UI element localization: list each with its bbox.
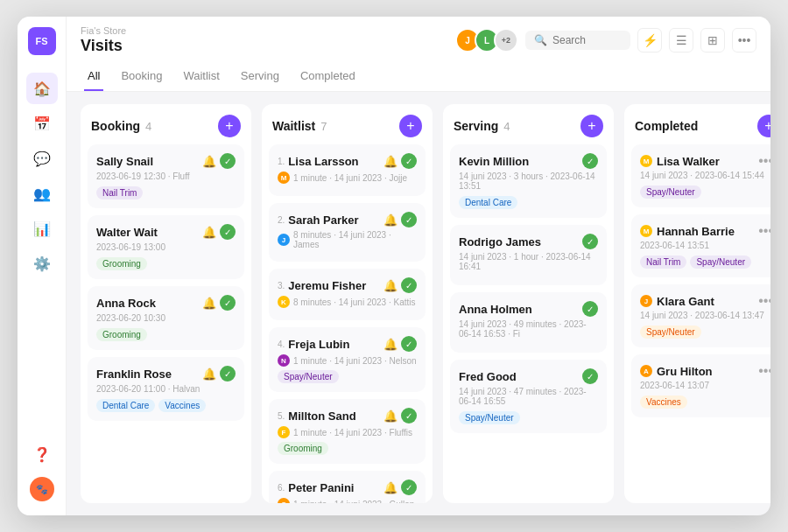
booking-card-anna[interactable]: Anna Rock 🔔 ✓ 2023-06-20 10:30 Grooming [88,286,244,350]
bell-icon: 🔔 [383,155,398,168]
waitlist-number-6: 6. [278,483,285,493]
serving-card-rodrigo[interactable]: Rodrigo James ✓ 14 juni 2023 · 1 hour · … [450,225,607,285]
waitlist-card-sarah-date: 8 minutes · 14 juni 2023 · James [293,230,417,249]
check-icon: ✓ [401,212,417,228]
analytics-icon: 📊 [33,220,51,237]
grid-view-button[interactable]: ⊞ [700,28,725,52]
completed-card-gru-header: A Gru Hilton ••• [640,363,770,379]
completed-card-klara-name: Klara Gant [657,295,714,308]
sidebar-item-home[interactable]: 🏠 [26,73,58,104]
check-icon: ✓ [401,336,417,352]
column-waitlist: Waitlist 7 + 1. Lisa Larsson 🔔 [262,104,433,503]
waitlist-card-peter-header: 6. Peter Panini 🔔 ✓ [278,480,417,495]
search-input[interactable] [552,34,622,46]
completed-card-klara[interactable]: J Klara Gant ••• 14 juni 2023 · 2023-06-… [631,284,770,347]
serving-card-kevin-name: Kevin Million [459,155,529,168]
tag-spay-neuter: Spay/Neuter [690,256,751,269]
filter-button[interactable]: ⚡ [637,28,662,52]
serving-card-fred-date: 14 juni 2023 · 47 minutes · 2023-06-14 1… [459,387,598,406]
sidebar-bottom: ❓ 🐾 [26,438,58,505]
main-content: Fia's Store Visits J L +2 🔍 ⚡ [67,17,770,515]
waitlist-card-sarah[interactable]: 2. Sarah Parker 🔔 ✓ J 8 minutes · 14 jun… [269,203,426,262]
column-booking: Booking 4 + Sally Snail 🔔 ✓ [81,104,251,503]
sidebar-item-settings[interactable]: ⚙️ [26,248,58,279]
booking-card-franklin-date: 2023-06-20 11:00 · Halvan [96,384,236,394]
serving-card-kevin-header: Kevin Million ✓ [459,153,598,169]
check-icon: ✓ [582,368,598,384]
serving-card-fred[interactable]: Fred Good ✓ 14 juni 2023 · 47 minutes · … [450,360,607,433]
completed-card-gru-name: Gru Hilton [657,365,713,378]
search-icon: 🔍 [534,34,547,46]
waitlist-card-millton[interactable]: 5. Millton Sand 🔔 ✓ F 1 minute · 14 juni… [269,399,426,464]
booking-card-franklin-name: Franklin Rose [96,368,172,381]
column-completed-title-area: Completed [635,119,698,133]
completed-card-lisa-w-date: 14 juni 2023 · 2023-06-14 15:44 [640,171,770,180]
completed-card-lisa-w[interactable]: M Lisa Walker ••• 14 juni 2023 · 2023-06… [631,144,770,207]
sidebar-item-calendar[interactable]: 📅 [26,108,58,139]
sidebar-item-clients[interactable]: 👥 [26,178,58,209]
header: Fia's Store Visits J L +2 🔍 ⚡ [67,17,770,92]
booking-card-sally-actions: 🔔 ✓ [202,153,236,169]
booking-card-walter[interactable]: Walter Wait 🔔 ✓ 2023-06-19 13:00 Groomin… [88,215,244,279]
list-view-button[interactable]: ☰ [669,28,693,52]
more-options-button[interactable]: ••• [756,153,770,169]
sidebar-item-help[interactable]: ❓ [26,438,58,470]
more-options-button[interactable]: ••• [756,223,770,239]
serving-card-anna-h[interactable]: Anna Holmen ✓ 14 juni 2023 · 49 minutes … [450,292,607,353]
more-button[interactable]: ••• [732,28,756,52]
waitlist-card-peter-actions: 🔔 ✓ [383,480,417,495]
waitlist-card-millton-avatar-row: F 1 minute · 14 juni 2023 · Fluffis [278,426,417,438]
tab-serving[interactable]: Serving [237,62,283,91]
add-serving-button[interactable]: + [580,115,603,137]
booking-card-sally-header: Sally Snail 🔔 ✓ [96,153,236,169]
tab-waitlist[interactable]: Waitlist [179,62,222,91]
column-waitlist-count: 7 [320,120,327,133]
search-box[interactable]: 🔍 [525,31,630,50]
column-serving: Serving 4 + Kevin Million ✓ 14 juni 2023… [443,104,614,503]
check-icon: ✓ [401,153,417,169]
add-booking-button[interactable]: + [218,115,241,137]
badge-dot: M [640,155,652,167]
tab-booking[interactable]: Booking [117,62,165,91]
add-completed-button[interactable]: + [757,115,770,137]
user-avatar[interactable]: 🐾 [30,477,54,501]
column-booking-body: Sally Snail 🔔 ✓ 2023-06-19 12:30 · Fluff… [81,144,251,503]
waitlist-number-1: 1. [278,157,285,166]
settings-icon: ⚙️ [33,256,51,272]
sidebar-item-messages[interactable]: 💬 [26,143,58,174]
booking-card-walter-date: 2023-06-19 13:00 [96,242,236,252]
waitlist-card-freja-name: Freja Lubin [288,338,349,351]
waitlist-number-5: 5. [278,411,285,421]
waitlist-card-peter[interactable]: 6. Peter Panini 🔔 ✓ G 1 minute · 14 juni… [269,471,426,503]
app-logo: FS [28,27,56,55]
badge-dot: N [278,354,290,367]
more-options-button[interactable]: ••• [756,363,770,379]
waitlist-card-lisa-l[interactable]: 1. Lisa Larsson 🔔 ✓ M 1 minute · 14 juni… [269,144,426,196]
booking-card-sally-tags: Nail Trim [96,186,236,200]
badge-dot: M [278,172,290,184]
waitlist-card-jeremu[interactable]: 3. Jeremu Fisher 🔔 ✓ K 8 minutes · 14 ju… [269,269,426,320]
avatar-more: +2 [494,28,518,52]
more-options-button[interactable]: ••• [756,293,770,309]
waitlist-card-freja[interactable]: 4. Freja Lubin 🔔 ✓ N 1 minute · 14 juni … [269,327,426,392]
booking-card-anna-header: Anna Rock 🔔 ✓ [96,295,236,311]
sidebar-item-analytics[interactable]: 📊 [26,213,58,244]
waitlist-card-millton-tags: Grooming [278,442,417,455]
booking-card-franklin-actions: 🔔 ✓ [202,366,236,382]
waitlist-card-lisa-l-name: Lisa Larsson [288,155,358,168]
completed-card-hannah[interactable]: M Hannah Barrie ••• 2023-06-14 13:51 Nai… [631,214,770,277]
bell-icon: 🔔 [383,279,398,292]
booking-card-sally[interactable]: Sally Snail 🔔 ✓ 2023-06-19 12:30 · Fluff… [88,144,244,208]
avatar-group: J L +2 [455,28,518,52]
tab-all[interactable]: All [84,62,103,91]
check-icon: ✓ [401,480,417,495]
booking-card-franklin-header: Franklin Rose 🔔 ✓ [96,366,236,382]
tab-completed[interactable]: Completed [297,62,359,91]
add-waitlist-button[interactable]: + [399,115,422,137]
completed-card-gru[interactable]: A Gru Hilton ••• 2023-06-14 13:07 Vaccin… [631,354,770,417]
booking-card-franklin[interactable]: Franklin Rose 🔔 ✓ 2023-06-20 11:00 · Hal… [88,357,244,421]
waitlist-card-millton-header: 5. Millton Sand 🔔 ✓ [278,408,417,424]
serving-card-kevin-date: 14 juni 2023 · 3 hours · 2023-06-14 13:5… [459,172,598,191]
header-top: Fia's Store Visits J L +2 🔍 ⚡ [81,25,756,55]
serving-card-kevin[interactable]: Kevin Million ✓ 14 juni 2023 · 3 hours ·… [450,144,607,218]
